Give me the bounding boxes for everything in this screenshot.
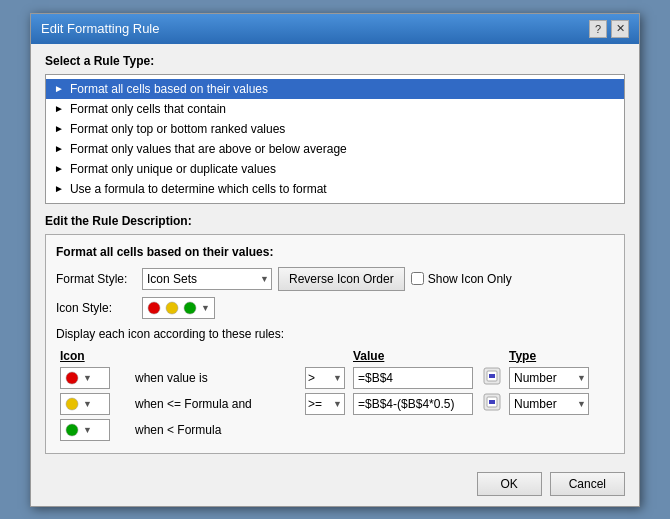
- rule-item-4[interactable]: ► Format only values that are above or b…: [46, 139, 624, 159]
- svg-point-13: [66, 424, 78, 436]
- row1-icon-arrow: ▼: [83, 373, 92, 383]
- row1-operator-select[interactable]: > >= = < <=: [305, 367, 345, 389]
- arrow-icon-2: ►: [54, 103, 64, 114]
- row2-icon-arrow: ▼: [83, 399, 92, 409]
- row1-value-input[interactable]: [353, 367, 473, 389]
- svg-point-3: [66, 372, 78, 384]
- title-bar: Edit Formatting Rule ? ✕: [31, 14, 639, 44]
- row1-when-text: when value is: [135, 371, 208, 385]
- rule-item-2[interactable]: ► Format only cells that contain: [46, 99, 624, 119]
- svg-point-8: [66, 398, 78, 410]
- ok-button[interactable]: OK: [477, 472, 542, 496]
- rule-type-label: Select a Rule Type:: [45, 54, 625, 68]
- dialog-body: Select a Rule Type: ► Format all cells b…: [31, 44, 639, 464]
- arrow-icon-4: ►: [54, 143, 64, 154]
- icon-style-label: Icon Style:: [56, 301, 136, 315]
- svg-rect-5: [487, 371, 497, 381]
- rule-item-3[interactable]: ► Format only top or bottom ranked value…: [46, 119, 624, 139]
- cancel-button[interactable]: Cancel: [550, 472, 625, 496]
- row2-type-select[interactable]: Number Percent Formula Percentile: [509, 393, 589, 415]
- row2-yellow-circle: [65, 397, 79, 411]
- dialog-title: Edit Formatting Rule: [41, 21, 160, 36]
- svg-point-1: [166, 302, 178, 314]
- help-button[interactable]: ?: [589, 20, 607, 38]
- svg-point-2: [184, 302, 196, 314]
- row1-red-circle: [65, 371, 79, 385]
- format-style-label: Format Style:: [56, 272, 136, 286]
- icon-style-drop-arrow: ▼: [201, 303, 210, 313]
- arrow-icon-5: ►: [54, 163, 64, 174]
- svg-rect-10: [487, 397, 497, 407]
- display-rules-label: Display each icon according to these rul…: [56, 327, 614, 341]
- format-style-select-wrapper: Icon Sets ▼: [142, 268, 272, 290]
- row1-icon-dropdown[interactable]: ▼: [60, 367, 110, 389]
- format-style-select[interactable]: Icon Sets: [142, 268, 272, 290]
- row1-type-wrapper: Number Percent Formula Percentile ▼: [509, 367, 589, 389]
- row2-info-icon: [483, 393, 501, 411]
- desc-title: Format all cells based on their values:: [56, 245, 614, 259]
- row3-icon-dropdown[interactable]: ▼: [60, 419, 110, 441]
- col-icon: Icon: [60, 349, 85, 363]
- row3-icon-arrow: ▼: [83, 425, 92, 435]
- row1-type-select[interactable]: Number Percent Formula Percentile: [509, 367, 589, 389]
- rule-type-list: ► Format all cells based on their values…: [45, 74, 625, 204]
- col-value: Value: [353, 349, 384, 363]
- reverse-icon-order-button[interactable]: Reverse Icon Order: [278, 267, 405, 291]
- yellow-circle-icon: [165, 301, 179, 315]
- row2-operator-select[interactable]: >= > = < <=: [305, 393, 345, 415]
- close-button[interactable]: ✕: [611, 20, 629, 38]
- row2-type-wrapper: Number Percent Formula Percentile ▼: [509, 393, 589, 415]
- description-section: Format all cells based on their values: …: [45, 234, 625, 454]
- row1-operator-wrapper: > >= = < <= ▼: [305, 367, 345, 389]
- arrow-icon-1: ►: [54, 83, 64, 94]
- red-circle-icon: [147, 301, 161, 315]
- row3-icon-cell: ▼: [60, 419, 127, 441]
- format-style-row: Format Style: Icon Sets ▼ Reverse Icon O…: [56, 267, 614, 291]
- row2-icon-cell: ▼: [60, 393, 127, 415]
- arrow-icon-3: ►: [54, 123, 64, 134]
- svg-point-0: [148, 302, 160, 314]
- row1-info-icon: [483, 367, 501, 385]
- icon-style-select-wrapper: ▼: [142, 297, 215, 319]
- rule-item-1[interactable]: ► Format all cells based on their values: [46, 79, 624, 99]
- green-circle-icon: [183, 301, 197, 315]
- table-row: ▼ when <= Formula and >= > =: [56, 391, 614, 417]
- rule-item-5[interactable]: ► Format only unique or duplicate values: [46, 159, 624, 179]
- row2-operator-wrapper: >= > = < <= ▼: [305, 393, 345, 415]
- table-row: ▼ when < Formula: [56, 417, 614, 443]
- edit-formatting-rule-dialog: Edit Formatting Rule ? ✕ Select a Rule T…: [30, 13, 640, 507]
- icon-style-row: Icon Style: ▼: [56, 297, 614, 319]
- row2-when-text: when <= Formula and: [135, 397, 252, 411]
- arrow-icon-6: ►: [54, 183, 64, 194]
- row1-icon-cell: ▼: [60, 367, 127, 389]
- title-bar-buttons: ? ✕: [589, 20, 629, 38]
- row3-when-text: when < Formula: [135, 423, 221, 437]
- col-type: Type: [509, 349, 536, 363]
- icon-style-dropdown[interactable]: ▼: [142, 297, 215, 319]
- show-icon-only-checkbox[interactable]: [411, 272, 424, 285]
- row2-icon-dropdown[interactable]: ▼: [60, 393, 110, 415]
- show-icon-only-label: Show Icon Only: [428, 272, 512, 286]
- row3-green-circle: [65, 423, 79, 437]
- show-icon-only-row: Show Icon Only: [411, 272, 512, 286]
- dialog-footer: OK Cancel: [31, 464, 639, 506]
- description-section-label: Edit the Rule Description:: [45, 214, 625, 228]
- table-row: ▼ when value is > >= = <: [56, 365, 614, 391]
- row2-value-input[interactable]: [353, 393, 473, 415]
- rules-table: Icon Value Type: [56, 347, 614, 443]
- rule-item-6[interactable]: ► Use a formula to determine which cells…: [46, 179, 624, 199]
